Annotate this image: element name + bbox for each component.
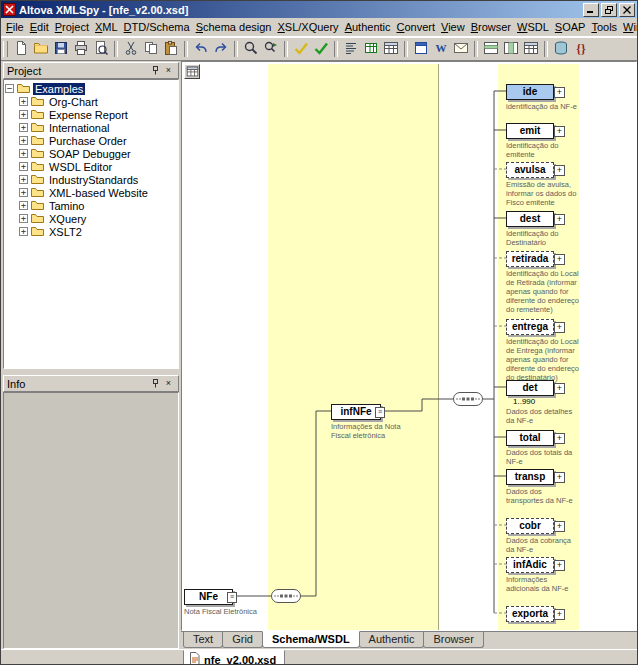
close-panel-icon[interactable]: × [162, 65, 175, 76]
toolbar-grip[interactable] [3, 41, 8, 57]
menu-item-view[interactable]: View [438, 20, 468, 34]
tree-item-xquery[interactable]: +XQuery [5, 212, 177, 225]
undo-button[interactable] [191, 39, 211, 59]
menu-item-dtd-schema[interactable]: DTD/Schema [121, 20, 193, 34]
cut-button[interactable] [121, 39, 141, 59]
validate-button[interactable] [311, 39, 331, 59]
expand-icon[interactable]: + [554, 521, 565, 532]
tree-item-tamino[interactable]: +Tamino [5, 199, 177, 212]
element-infadic[interactable]: infAdic+ [506, 557, 554, 573]
minimize-button[interactable] [583, 3, 599, 17]
menu-item-authentic[interactable]: Authentic [342, 20, 394, 34]
expand-icon[interactable]: + [19, 162, 28, 171]
expand-icon[interactable]: + [19, 214, 28, 223]
insert-table-button[interactable] [521, 39, 541, 59]
schema-settings-button[interactable]: 0 16 16"> [184, 64, 200, 79]
insert-row-button[interactable] [481, 39, 501, 59]
pin-panel-icon[interactable] [149, 65, 162, 76]
element-transp[interactable]: transp+ [506, 469, 554, 485]
menu-item-schema-design[interactable]: Schema design [193, 20, 275, 34]
schema-design-view-button[interactable] [381, 39, 401, 59]
expand-icon[interactable]: + [19, 110, 28, 119]
sequence-compositor-root[interactable] [271, 589, 301, 603]
menu-item-xml[interactable]: XML [92, 20, 121, 34]
print-button[interactable] [71, 39, 91, 59]
expand-icon[interactable]: + [19, 149, 28, 158]
tree-item-examples[interactable]: −Examples [5, 82, 177, 95]
wsdl-editor-button[interactable]: W [431, 39, 451, 59]
element-ide[interactable]: ide+ [506, 84, 554, 100]
menu-item-edit[interactable]: Edit [27, 20, 52, 34]
find-next-button[interactable] [261, 39, 281, 59]
sequence-compositor-infnfe[interactable] [453, 392, 483, 406]
soap-request-button[interactable] [451, 39, 471, 59]
tree-item-expense-report[interactable]: +Expense Report [5, 108, 177, 121]
element-avulsa[interactable]: avulsa+ [506, 162, 554, 178]
tree-item-wsdl-editor[interactable]: +WSDL Editor [5, 160, 177, 173]
view-tab-schema-wsdl[interactable]: Schema/WSDL [262, 631, 360, 648]
close-button[interactable] [619, 3, 635, 17]
collapse-icon[interactable]: − [5, 84, 14, 93]
expand-icon[interactable]: + [554, 165, 565, 176]
menu-item-browser[interactable]: Browser [468, 20, 514, 34]
database-import-button[interactable] [551, 39, 571, 59]
expand-icon[interactable]: + [19, 201, 28, 210]
expand-icon[interactable]: + [19, 227, 28, 236]
expand-icon[interactable]: + [554, 433, 565, 444]
expand-icon[interactable]: + [19, 97, 28, 106]
menu-item-window[interactable]: Window [620, 20, 637, 34]
find-button[interactable] [241, 39, 261, 59]
check-well-formed-button[interactable] [291, 39, 311, 59]
element-retirada[interactable]: retirada+ [506, 251, 554, 267]
expand-icon[interactable]: + [19, 136, 28, 145]
view-tab-text[interactable]: Text [183, 632, 223, 648]
element-det[interactable]: det+ [506, 380, 554, 396]
element-nfe[interactable]: NFe≡ [184, 589, 233, 605]
copy-button[interactable] [141, 39, 161, 59]
tree-item-xml-based-website[interactable]: +XML-based Website [5, 186, 177, 199]
menu-item-project[interactable]: Project [52, 20, 92, 34]
expand-icon[interactable]: + [554, 126, 565, 137]
tree-item-soap-debugger[interactable]: +SOAP Debugger [5, 147, 177, 160]
expand-icon[interactable]: + [554, 87, 565, 98]
menu-item-file[interactable]: File [3, 20, 27, 34]
element-exporta[interactable]: exporta+ [506, 606, 554, 622]
expand-icon[interactable]: + [554, 472, 565, 483]
expand-icon[interactable]: + [554, 322, 565, 333]
xquery-execution-button[interactable]: {} [571, 39, 591, 59]
element-cobr[interactable]: cobr+ [506, 518, 554, 534]
menu-item-tools[interactable]: Tools [588, 20, 620, 34]
restore-button[interactable] [601, 3, 617, 17]
menu-item-soap[interactable]: SOAP [552, 20, 589, 34]
expand-icon[interactable]: + [19, 188, 28, 197]
new-file-button[interactable] [11, 39, 31, 59]
tree-item-org-chart[interactable]: +Org-Chart [5, 95, 177, 108]
expand-icon[interactable]: + [19, 175, 28, 184]
expand-icon[interactable]: + [554, 383, 565, 394]
redo-button[interactable] [211, 39, 231, 59]
paste-button[interactable] [161, 39, 181, 59]
grid-view-button[interactable] [361, 39, 381, 59]
insert-column-button[interactable] [501, 39, 521, 59]
element-dest[interactable]: dest+ [506, 211, 554, 227]
save-file-button[interactable] [51, 39, 71, 59]
browser-view-button[interactable] [411, 39, 431, 59]
pin-panel-icon[interactable] [149, 378, 162, 389]
view-tab-browser[interactable]: Browser [423, 632, 483, 648]
element-infnfe[interactable]: infNFe≡ [331, 404, 381, 420]
expand-icon[interactable]: + [554, 214, 565, 225]
document-tab-active[interactable]: nfe_v2.00.xsd [183, 650, 285, 665]
tree-item-purchase-order[interactable]: +Purchase Order [5, 134, 177, 147]
open-file-button[interactable] [31, 39, 51, 59]
view-tab-authentic[interactable]: Authentic [359, 632, 425, 648]
tree-item-xslt2[interactable]: +XSLT2 [5, 225, 177, 238]
menu-item-wsdl[interactable]: WSDL [514, 20, 552, 34]
element-entrega[interactable]: entrega+ [506, 319, 554, 335]
expand-icon[interactable]: + [19, 123, 28, 132]
print-preview-button[interactable] [91, 39, 111, 59]
menu-item-convert[interactable]: Convert [394, 20, 439, 34]
element-emit[interactable]: emit+ [506, 123, 554, 139]
expand-icon[interactable]: + [554, 560, 565, 571]
tree-item-industrystandards[interactable]: +IndustryStandards [5, 173, 177, 186]
element-total[interactable]: total+ [506, 430, 554, 446]
